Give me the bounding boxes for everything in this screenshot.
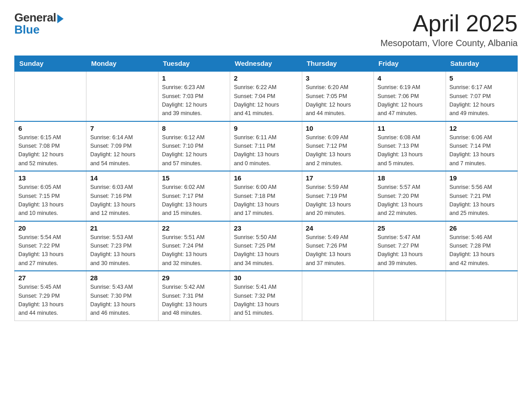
calendar-cell: 23Sunrise: 5:50 AMSunset: 7:25 PMDayligh… [230,221,302,271]
calendar-cell [374,271,446,321]
day-info: Sunrise: 5:50 AMSunset: 7:25 PMDaylight:… [234,233,298,268]
day-info: Sunrise: 5:53 AMSunset: 7:23 PMDaylight:… [90,233,154,268]
calendar-week-row: 27Sunrise: 5:45 AMSunset: 7:29 PMDayligh… [15,271,518,321]
day-number: 30 [234,274,298,282]
day-number: 27 [18,274,82,282]
day-number: 18 [378,174,442,182]
calendar-cell: 2Sunrise: 6:22 AMSunset: 7:04 PMDaylight… [230,71,302,121]
day-number: 13 [18,174,82,182]
calendar-cell: 25Sunrise: 5:47 AMSunset: 7:27 PMDayligh… [374,221,446,271]
calendar-cell: 3Sunrise: 6:20 AMSunset: 7:05 PMDaylight… [302,71,373,121]
calendar-header-tuesday: Tuesday [158,56,230,72]
calendar-cell [446,271,517,321]
day-number: 6 [18,124,82,132]
calendar-cell: 27Sunrise: 5:45 AMSunset: 7:29 PMDayligh… [15,271,86,321]
day-number: 15 [162,174,226,182]
day-number: 3 [306,74,370,82]
day-info: Sunrise: 6:11 AMSunset: 7:11 PMDaylight:… [234,133,298,168]
day-number: 22 [162,224,226,232]
calendar-cell: 1Sunrise: 6:23 AMSunset: 7:03 PMDaylight… [158,71,230,121]
calendar-header-friday: Friday [374,56,446,72]
day-info: Sunrise: 6:05 AMSunset: 7:15 PMDaylight:… [18,183,82,218]
calendar-week-row: 1Sunrise: 6:23 AMSunset: 7:03 PMDaylight… [15,71,518,121]
calendar-cell: 5Sunrise: 6:17 AMSunset: 7:07 PMDaylight… [446,71,517,121]
day-number: 17 [306,174,370,182]
day-info: Sunrise: 5:54 AMSunset: 7:22 PMDaylight:… [18,233,82,268]
calendar-cell: 9Sunrise: 6:11 AMSunset: 7:11 PMDaylight… [230,121,302,171]
calendar-header-thursday: Thursday [302,56,373,72]
day-info: Sunrise: 6:00 AMSunset: 7:18 PMDaylight:… [234,183,298,218]
day-number: 2 [234,74,298,82]
day-number: 1 [162,74,226,82]
calendar-cell: 29Sunrise: 5:42 AMSunset: 7:31 PMDayligh… [158,271,230,321]
day-info: Sunrise: 6:03 AMSunset: 7:16 PMDaylight:… [90,183,154,218]
calendar-cell: 17Sunrise: 5:59 AMSunset: 7:19 PMDayligh… [302,171,373,221]
day-info: Sunrise: 6:08 AMSunset: 7:13 PMDaylight:… [378,133,442,168]
day-number: 29 [162,274,226,282]
calendar-cell: 14Sunrise: 6:03 AMSunset: 7:16 PMDayligh… [86,171,158,221]
day-info: Sunrise: 6:02 AMSunset: 7:17 PMDaylight:… [162,183,226,218]
day-info: Sunrise: 5:51 AMSunset: 7:24 PMDaylight:… [162,233,226,268]
day-info: Sunrise: 6:14 AMSunset: 7:09 PMDaylight:… [90,133,154,168]
calendar-cell: 24Sunrise: 5:49 AMSunset: 7:26 PMDayligh… [302,221,373,271]
calendar-cell: 20Sunrise: 5:54 AMSunset: 7:22 PMDayligh… [15,221,86,271]
title-block: April 2025 Mesopotam, Vlore County, Alba… [381,11,518,48]
calendar-header-row: SundayMondayTuesdayWednesdayThursdayFrid… [15,56,518,72]
calendar-cell: 19Sunrise: 5:56 AMSunset: 7:21 PMDayligh… [446,171,517,221]
day-info: Sunrise: 5:47 AMSunset: 7:27 PMDaylight:… [378,233,442,268]
day-info: Sunrise: 6:06 AMSunset: 7:14 PMDaylight:… [450,133,514,168]
day-info: Sunrise: 6:22 AMSunset: 7:04 PMDaylight:… [234,83,298,118]
calendar-cell [302,271,373,321]
day-info: Sunrise: 5:45 AMSunset: 7:29 PMDaylight:… [18,283,82,318]
day-number: 7 [90,124,154,132]
day-info: Sunrise: 6:23 AMSunset: 7:03 PMDaylight:… [162,83,226,118]
calendar-cell: 13Sunrise: 6:05 AMSunset: 7:15 PMDayligh… [15,171,86,221]
calendar-cell: 6Sunrise: 6:15 AMSunset: 7:08 PMDaylight… [15,121,86,171]
calendar-cell: 30Sunrise: 5:41 AMSunset: 7:32 PMDayligh… [230,271,302,321]
calendar-header-wednesday: Wednesday [230,56,302,72]
calendar-cell: 12Sunrise: 6:06 AMSunset: 7:14 PMDayligh… [446,121,517,171]
day-number: 21 [90,224,154,232]
calendar-cell: 7Sunrise: 6:14 AMSunset: 7:09 PMDaylight… [86,121,158,171]
month-title: April 2025 [381,11,518,36]
calendar-header-sunday: Sunday [15,56,86,72]
day-number: 24 [306,224,370,232]
day-info: Sunrise: 6:17 AMSunset: 7:07 PMDaylight:… [450,83,514,118]
day-number: 26 [450,224,514,232]
calendar-table: SundayMondayTuesdayWednesdayThursdayFrid… [14,56,518,321]
logo-blue-text: Blue [14,23,39,37]
calendar-cell: 21Sunrise: 5:53 AMSunset: 7:23 PMDayligh… [86,221,158,271]
day-number: 23 [234,224,298,232]
calendar-header-monday: Monday [86,56,158,72]
day-info: Sunrise: 5:59 AMSunset: 7:19 PMDaylight:… [306,183,370,218]
day-number: 11 [378,124,442,132]
day-info: Sunrise: 5:49 AMSunset: 7:26 PMDaylight:… [306,233,370,268]
location-title: Mesopotam, Vlore County, Albania [381,38,518,48]
day-number: 12 [450,124,514,132]
day-info: Sunrise: 6:09 AMSunset: 7:12 PMDaylight:… [306,133,370,168]
calendar-cell: 22Sunrise: 5:51 AMSunset: 7:24 PMDayligh… [158,221,230,271]
day-number: 14 [90,174,154,182]
logo: General Blue [14,11,64,37]
day-number: 25 [378,224,442,232]
day-number: 8 [162,124,226,132]
day-number: 5 [450,74,514,82]
day-number: 16 [234,174,298,182]
day-number: 19 [450,174,514,182]
day-info: Sunrise: 6:15 AMSunset: 7:08 PMDaylight:… [18,133,82,168]
calendar-cell: 11Sunrise: 6:08 AMSunset: 7:13 PMDayligh… [374,121,446,171]
day-info: Sunrise: 6:20 AMSunset: 7:05 PMDaylight:… [306,83,370,118]
day-number: 20 [18,224,82,232]
calendar-cell: 10Sunrise: 6:09 AMSunset: 7:12 PMDayligh… [302,121,373,171]
logo-arrow-icon [57,14,64,23]
day-info: Sunrise: 5:57 AMSunset: 7:20 PMDaylight:… [378,183,442,218]
day-info: Sunrise: 6:19 AMSunset: 7:06 PMDaylight:… [378,83,442,118]
calendar-cell: 18Sunrise: 5:57 AMSunset: 7:20 PMDayligh… [374,171,446,221]
page-header: General Blue April 2025 Mesopotam, Vlore… [14,11,518,48]
calendar-cell: 26Sunrise: 5:46 AMSunset: 7:28 PMDayligh… [446,221,517,271]
day-number: 28 [90,274,154,282]
day-info: Sunrise: 6:12 AMSunset: 7:10 PMDaylight:… [162,133,226,168]
day-number: 4 [378,74,442,82]
day-info: Sunrise: 5:41 AMSunset: 7:32 PMDaylight:… [234,283,298,318]
calendar-week-row: 6Sunrise: 6:15 AMSunset: 7:08 PMDaylight… [15,121,518,171]
